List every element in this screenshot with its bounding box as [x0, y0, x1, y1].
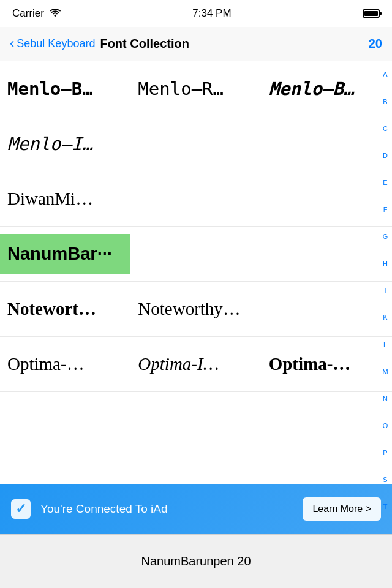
back-button[interactable]: ‹ Sebul Keyboard	[10, 37, 95, 50]
index-letter-P[interactable]: P	[383, 449, 387, 457]
status-left: Carrier	[12, 7, 61, 20]
index-letter-B[interactable]: B	[383, 98, 387, 106]
font-row: Notewort… Noteworthy…	[0, 282, 392, 337]
index-letter-H[interactable]: H	[383, 260, 388, 268]
index-letter-T[interactable]: T	[383, 503, 388, 511]
index-letter-D[interactable]: D	[383, 152, 388, 160]
battery-fill	[364, 11, 378, 16]
index-bar[interactable]: A B C D E F G H I K L M N O P S T	[379, 61, 392, 521]
index-letter-M[interactable]: M	[382, 368, 388, 376]
font-item-optima-italic[interactable]: Optima-I…	[130, 344, 261, 384]
status-bar: Carrier 7:34 PM	[0, 0, 392, 27]
iad-message: You're Connected To iAd	[40, 502, 293, 516]
index-letter-F[interactable]: F	[383, 206, 388, 214]
font-row: DiwanMi…	[0, 172, 392, 227]
font-item-diwan[interactable]: DiwanMi…	[0, 179, 130, 219]
nav-count: 20	[369, 37, 382, 51]
font-item-menlo-bold[interactable]: Menlo–B…	[0, 69, 130, 109]
bottom-bar: NanumBarunpen 20	[0, 534, 392, 588]
index-letter-S[interactable]: S	[383, 476, 387, 484]
font-row: Menlo–B… Menlo–R… Menlo–B…	[0, 61, 392, 116]
index-letter-K[interactable]: K	[383, 314, 387, 322]
checkmark-icon: ✓	[15, 501, 26, 517]
font-item-noteworthy-bold[interactable]: Notewort…	[0, 289, 130, 329]
font-item-optima-regular[interactable]: Optima-…	[0, 344, 130, 384]
battery-icon	[363, 9, 380, 18]
status-right	[363, 9, 380, 18]
font-item-optima-bold[interactable]: Optima-…	[262, 344, 392, 384]
font-row: NanumBar···	[0, 227, 392, 282]
font-list: Menlo–B… Menlo–R… Menlo–B… Menlo–I… Diwa…	[0, 61, 392, 484]
time-label: 7:34 PM	[192, 7, 231, 20]
font-item-menlo-italic[interactable]: Menlo–I…	[0, 124, 130, 164]
font-item-menlo-bolditalic[interactable]: Menlo–B…	[262, 69, 392, 109]
font-item-noteworthy-light[interactable]: Noteworthy…	[130, 289, 261, 329]
iad-checkbox: ✓	[11, 499, 31, 519]
learn-more-label: Learn More >	[312, 503, 371, 514]
font-item-nanumbarunpen[interactable]: NanumBar···	[0, 234, 130, 274]
learn-more-button[interactable]: Learn More >	[303, 497, 381, 521]
svg-point-0	[55, 15, 56, 17]
font-row: Menlo–I…	[0, 116, 392, 172]
nav-title: Font Collection	[100, 37, 189, 51]
index-letter-O[interactable]: O	[383, 422, 388, 430]
nav-bar: ‹ Sebul Keyboard Font Collection 20	[0, 27, 392, 61]
back-label: Sebul Keyboard	[17, 37, 95, 50]
index-letter-E[interactable]: E	[383, 179, 387, 187]
index-letter-N[interactable]: N	[383, 395, 388, 403]
index-letter-G[interactable]: G	[383, 233, 388, 241]
wifi-icon	[49, 8, 61, 19]
index-letter-I[interactable]: I	[384, 287, 386, 295]
index-letter-A[interactable]: A	[383, 70, 387, 78]
font-row: Optima-… Optima-I… Optima-…	[0, 337, 392, 392]
selected-font-label: NanumBarunpen 20	[141, 554, 251, 568]
index-letter-L[interactable]: L	[383, 341, 387, 349]
carrier-label: Carrier	[12, 7, 44, 20]
iad-banner[interactable]: ✓ You're Connected To iAd Learn More >	[0, 484, 392, 534]
chevron-left-icon: ‹	[10, 37, 14, 50]
index-letter-C[interactable]: C	[383, 125, 388, 133]
font-item-menlo-regular[interactable]: Menlo–R…	[130, 69, 261, 109]
